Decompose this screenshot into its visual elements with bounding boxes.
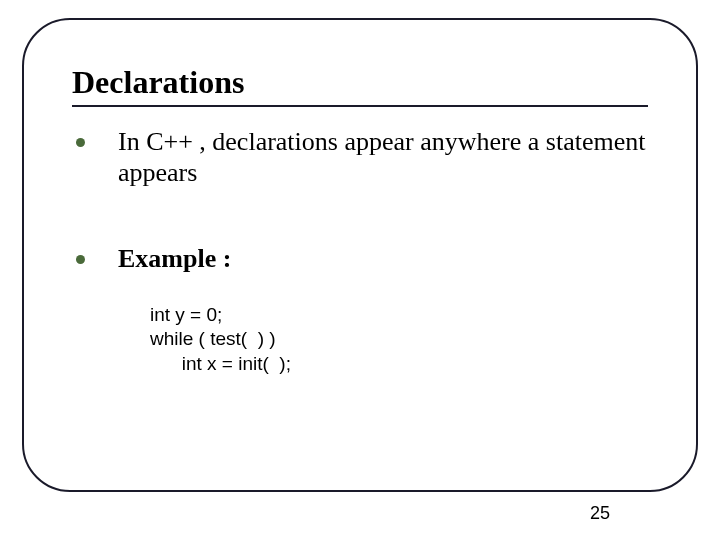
bullet-icon xyxy=(76,255,85,264)
bullet-list: In C++ , declarations appear anywhere a … xyxy=(72,127,648,275)
bullet-icon xyxy=(76,138,85,147)
bullet-text: In C++ , declarations appear anywhere a … xyxy=(118,127,645,187)
title-underline xyxy=(72,105,648,107)
page-number: 25 xyxy=(590,503,610,524)
slide-title: Declarations xyxy=(72,64,648,101)
bullet-item: Example : xyxy=(72,244,648,275)
slide: Declarations In C++ , declarations appea… xyxy=(0,0,720,540)
bullet-text: Example : xyxy=(118,244,231,273)
bullet-item: In C++ , declarations appear anywhere a … xyxy=(72,127,648,188)
slide-frame: Declarations In C++ , declarations appea… xyxy=(22,18,698,492)
code-block: int y = 0; while ( test( ) ) int x = ini… xyxy=(150,303,648,376)
